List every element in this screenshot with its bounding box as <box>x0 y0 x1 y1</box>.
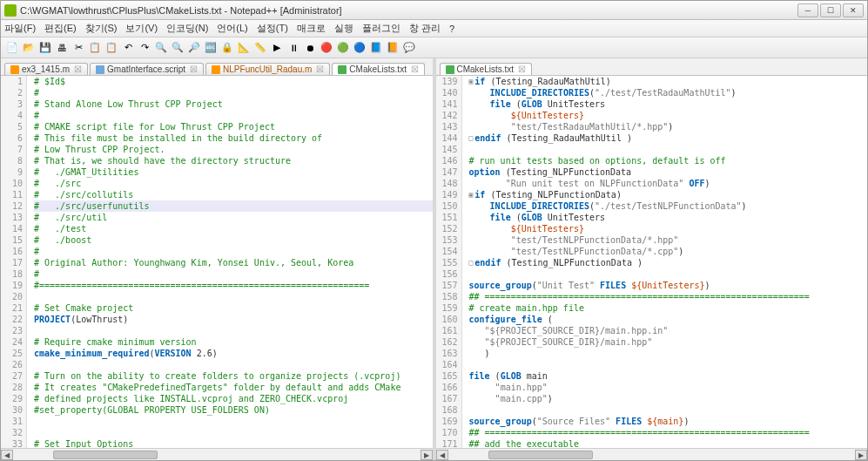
code-line: "test/TestNLPFunctionData/*.cpp") <box>469 246 868 257</box>
window-controls: ─ ☐ ✕ <box>797 3 864 17</box>
code-line: ## add the executable <box>469 438 868 448</box>
code-line: # Set Cmake project <box>34 302 433 314</box>
code-line: # ./src <box>34 178 433 189</box>
code-line: "main.hpp" <box>469 382 868 393</box>
code-line: # ./test <box>34 223 433 234</box>
menu-item[interactable]: 파일(F) <box>4 22 36 35</box>
right-code-area[interactable]: ▣if (Testing_RadauMathUtil) INCLUDE_DIRE… <box>462 76 868 448</box>
toolbar-button[interactable]: 🖶 <box>54 40 70 56</box>
toolbar-button[interactable]: 🔎 <box>186 40 202 56</box>
document-tab[interactable]: CMakeLists.txt☒ <box>332 63 425 75</box>
menu-item[interactable]: 보기(V) <box>125 22 158 35</box>
toolbar-button[interactable]: 📙 <box>385 40 400 56</box>
menu-item[interactable]: 창 관리 <box>409 22 441 35</box>
code-line: # Require cmake minimum version <box>34 336 433 348</box>
document-tab[interactable]: NLPFuncUtil_Radau.m☒ <box>205 63 330 75</box>
code-line: # Low Thrust CPP Project. <box>34 144 433 155</box>
code-line: # Stand Alone Low Thrust CPP Project <box>34 98 433 110</box>
maximize-button[interactable]: ☐ <box>820 3 841 17</box>
toolbar-button[interactable]: 🔤 <box>203 40 219 56</box>
menu-item[interactable]: ? <box>449 24 454 34</box>
toolbar-button[interactable]: 💾 <box>37 40 53 56</box>
left-editor[interactable]: 1 2 3 4 5 6 7 8 9 10 11 12 13 14 15 16 1… <box>1 76 433 448</box>
code-line: # <box>34 110 433 121</box>
menu-item[interactable]: 실행 <box>334 22 353 35</box>
document-tab[interactable]: GmatInterface.script☒ <box>90 63 204 75</box>
code-line <box>469 359 868 370</box>
toolbar-button[interactable]: 📘 <box>368 40 384 56</box>
menu-item[interactable]: 설정(T) <box>257 22 288 35</box>
code-line: "${PROJECT_SOURCE_DIR}/main.hpp" <box>469 336 868 348</box>
left-hscroll[interactable]: ◀ ▶ <box>1 448 433 460</box>
code-line: # It creates "CMakePredefinedTargets" fo… <box>34 382 433 393</box>
left-pane: ex3_1415.m☒GmatInterface.script☒NLPFuncU… <box>1 58 433 460</box>
menu-item[interactable]: 언어(L) <box>217 22 247 35</box>
toolbar-button[interactable]: ⏺ <box>302 40 318 56</box>
tab-close-icon[interactable]: ☒ <box>190 64 198 74</box>
code-line: file (GLOB UnitTesters <box>469 212 868 223</box>
toolbar-button[interactable]: 🔵 <box>352 40 367 56</box>
toolbar-button[interactable]: 📋 <box>87 40 103 56</box>
code-line: ▣if (Testing_NLPFunctionData) <box>469 189 868 200</box>
code-line <box>34 359 433 370</box>
document-tab[interactable]: CMakeLists.txt☒ <box>440 63 533 75</box>
code-line: # run unit tests based on options, defau… <box>469 155 868 166</box>
toolbar-button[interactable]: 📐 <box>236 40 252 56</box>
left-code-area[interactable]: # $Id$## Stand Alone Low Thrust CPP Proj… <box>27 76 433 448</box>
scroll-thumb[interactable] <box>53 451 158 459</box>
scroll-right-icon[interactable]: ▶ <box>855 450 867 460</box>
code-line: "test/TestNLPFunctionData/*.hpp" <box>469 234 868 246</box>
toolbar-button[interactable]: ✂ <box>71 40 86 56</box>
left-gutter: 1 2 3 4 5 6 7 8 9 10 11 12 13 14 15 16 1… <box>1 76 27 448</box>
toolbar-button[interactable]: 📄 <box>4 40 20 56</box>
code-line: ▣if (Testing_RadauMathUtil) <box>469 76 868 87</box>
code-line: file (GLOB main <box>469 370 868 382</box>
minimize-button[interactable]: ─ <box>797 3 818 17</box>
close-button[interactable]: ✕ <box>843 3 864 17</box>
code-line: # Original Author: Younghwang Kim, Yonse… <box>34 257 433 268</box>
tab-close-icon[interactable]: ☒ <box>411 64 419 74</box>
scroll-left-icon[interactable]: ◀ <box>436 450 448 460</box>
right-gutter: 139 140 141 142 143 144 145 146 147 148 … <box>436 76 462 448</box>
toolbar-button[interactable]: 📋 <box>104 40 119 56</box>
scroll-left-icon[interactable]: ◀ <box>1 450 13 460</box>
menu-item[interactable]: 인코딩(N) <box>166 22 208 35</box>
toolbar-button[interactable]: 🔍 <box>153 40 169 56</box>
right-tab-strip: CMakeLists.txt☒ <box>436 58 868 76</box>
toolbar-button[interactable]: 🔴 <box>319 40 334 56</box>
code-line <box>469 144 868 155</box>
toolbar-button[interactable]: 📏 <box>252 40 268 56</box>
scroll-thumb[interactable] <box>488 451 593 459</box>
app-icon <box>4 4 17 17</box>
toolbar-button[interactable]: ↶ <box>120 40 136 56</box>
code-line: # Set Input Options <box>34 438 433 448</box>
toolbar-button[interactable]: 🔍 <box>170 40 185 56</box>
toolbar-button[interactable]: 📂 <box>21 40 37 56</box>
menu-item[interactable]: 매크로 <box>297 22 326 35</box>
document-tab[interactable]: ex3_1415.m☒ <box>4 63 88 75</box>
scroll-right-icon[interactable]: ▶ <box>421 450 433 460</box>
code-line <box>469 268 868 280</box>
code-line: INCLUDE_DIRECTORIES("./test/TestRadauMat… <box>469 87 868 98</box>
toolbar-button[interactable]: 💬 <box>401 40 417 56</box>
tab-close-icon[interactable]: ☒ <box>518 64 526 74</box>
code-line: INCLUDE_DIRECTORIES("./test/TestNLPFunct… <box>469 200 868 212</box>
toolbar-button[interactable]: ⏸ <box>286 40 301 56</box>
menu-item[interactable]: 편집(E) <box>44 22 77 35</box>
code-line <box>34 427 433 438</box>
code-line: ) <box>469 348 868 359</box>
right-editor[interactable]: 139 140 141 142 143 144 145 146 147 148 … <box>436 76 868 448</box>
toolbar-button[interactable]: 🟢 <box>335 40 351 56</box>
right-hscroll[interactable]: ◀ ▶ <box>436 448 868 460</box>
menu-item[interactable]: 찾기(S) <box>85 22 118 35</box>
code-line: cmake_minimum_required(VERSION 2.6) <box>34 348 433 359</box>
window-title: C:\WGMAT\lowthrust\CPlusPlus\CMakeLists.… <box>20 5 797 16</box>
code-line: "test/TestRadauMathUtil/*.hpp") <box>469 121 868 132</box>
tab-close-icon[interactable]: ☒ <box>316 64 324 74</box>
tab-close-icon[interactable]: ☒ <box>74 64 82 74</box>
toolbar-button[interactable]: 🔒 <box>219 40 235 56</box>
menu-item[interactable]: 플러그인 <box>362 22 400 35</box>
toolbar-button[interactable]: ↷ <box>137 40 152 56</box>
code-line: ${UnitTesters} <box>469 223 868 234</box>
toolbar-button[interactable]: ▶ <box>269 40 285 56</box>
